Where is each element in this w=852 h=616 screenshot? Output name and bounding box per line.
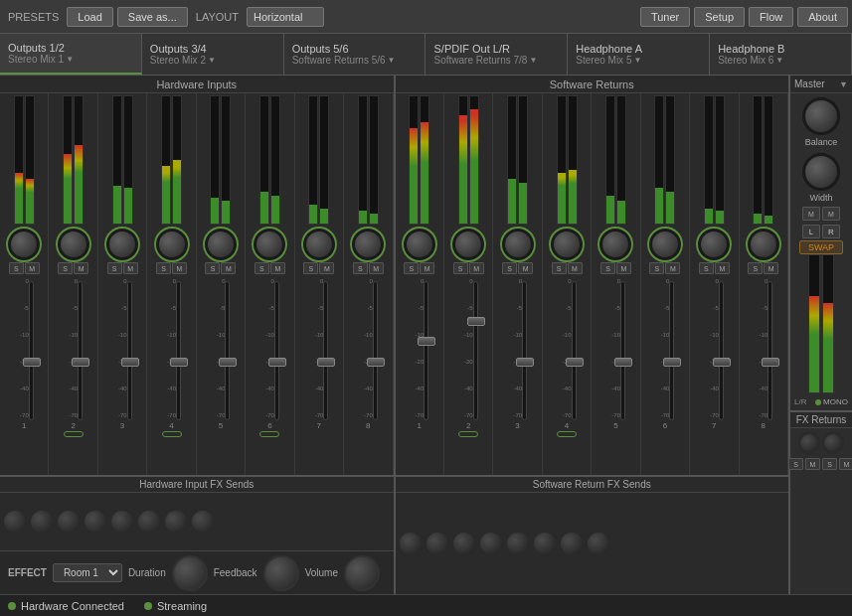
sw-ch6-mute-btn[interactable]: M [665,262,680,274]
hw-ch6-mute-btn[interactable]: M [270,262,285,274]
sw-ch3-fader-thumb[interactable] [516,358,534,367]
sw-ch4-fader-thumb[interactable] [566,358,584,367]
sw-ch2-fader[interactable] [473,281,478,420]
sw-ch5-mute-btn[interactable]: M [616,262,631,274]
sw-ch5-fader[interactable] [620,281,625,420]
width-knob[interactable] [802,153,840,191]
hw-ch2-fader[interactable] [78,281,83,420]
hw-ch4-volume-knob[interactable] [156,229,188,260]
sw-ch5-fader-thumb[interactable] [614,358,632,367]
sw-ch8-fader[interactable] [767,281,772,420]
hw-fx-knob-2[interactable] [29,509,55,535]
save-as-button[interactable]: Save as... [117,7,188,27]
hw-ch2-volume-knob[interactable] [58,229,89,260]
hw-ch1-solo-btn[interactable]: S [9,262,24,274]
hw-ch1-mute-btn[interactable]: M [25,262,40,274]
hw-ch3-fader[interactable] [127,281,132,420]
sw-fx-knob-4[interactable] [478,531,504,556]
sw-ch7-mute-btn[interactable]: M [715,262,730,274]
sw-ch3-solo-btn[interactable]: S [502,262,517,274]
hw-ch5-fader[interactable] [225,281,230,420]
sw-ch1-fader[interactable] [424,281,428,420]
hw-ch6-link-icon[interactable] [259,431,279,437]
sw-fx-knob-3[interactable] [451,531,477,556]
tuner-button[interactable]: Tuner [640,7,690,27]
hw-ch2-link-icon[interactable] [64,431,84,437]
sw-ch1-fader-thumb[interactable] [418,337,435,346]
hw-ch3-solo-btn[interactable]: S [107,262,122,274]
sw-ch2-mute-btn[interactable]: M [469,262,484,274]
hw-ch2-fader-thumb[interactable] [72,358,89,367]
sw-ch8-solo-btn[interactable]: S [748,262,763,274]
sw-ch7-solo-btn[interactable]: S [699,262,714,274]
hw-ch5-solo-btn[interactable]: S [205,262,220,274]
balance-knob[interactable] [802,97,840,135]
width-m-btn-1[interactable]: M [802,207,820,221]
hw-fx-knob-1[interactable] [2,509,28,535]
hw-ch8-fader-thumb[interactable] [367,358,385,367]
fx-ret-solo-btn-2[interactable]: S [822,458,837,470]
fx-ret-knob-2[interactable] [822,432,844,454]
sw-ch2-volume-knob[interactable] [452,229,484,260]
l-button[interactable]: L [802,225,820,238]
hw-ch4-solo-btn[interactable]: S [156,262,171,274]
sw-ch6-volume-knob[interactable] [649,229,681,260]
hw-ch5-volume-knob[interactable] [205,229,237,260]
hw-ch8-solo-btn[interactable]: S [353,262,368,274]
hw-ch4-fader[interactable] [176,281,181,420]
tab-outputs-56[interactable]: Outputs 5/6 Software Returns 5/6 ▼ [284,34,426,75]
hw-ch6-volume-knob[interactable] [254,229,285,260]
tab-spdif[interactable]: S/PDIF Out L/R Software Returns 7/8 ▼ [426,34,568,75]
width-m-btn-2[interactable]: M [822,207,840,221]
effect-preset-select[interactable]: Room 1 [53,563,122,582]
sw-ch4-fader[interactable] [572,281,577,420]
hw-fx-knob-5[interactable] [109,509,135,535]
duration-knob[interactable] [172,555,208,591]
sw-ch3-fader[interactable] [522,281,527,420]
sw-fx-knob-6[interactable] [532,531,558,556]
sw-ch2-fader-thumb[interactable] [467,317,485,326]
feedback-knob[interactable] [263,555,299,591]
hw-ch3-volume-knob[interactable] [106,229,138,260]
tab-outputs-12[interactable]: Outputs 1/2 Stereo Mix 1 ▼ [0,34,142,75]
hw-ch6-fader-thumb[interactable] [268,358,286,367]
hw-ch2-mute-btn[interactable]: M [74,262,88,274]
about-button[interactable]: About [797,7,848,27]
hw-ch7-fader-thumb[interactable] [317,358,335,367]
hw-ch2-solo-btn[interactable]: S [58,262,73,274]
hw-ch1-fader[interactable] [29,281,34,420]
hw-ch1-volume-knob[interactable] [8,229,40,260]
sw-ch8-fader-thumb[interactable] [762,358,779,367]
sw-ch4-link-icon[interactable] [557,431,577,437]
fx-ret-solo-btn[interactable]: S [788,458,803,470]
sw-ch4-mute-btn[interactable]: M [568,262,583,274]
mono-label[interactable]: MONO [823,397,848,406]
hw-fx-knob-8[interactable] [190,509,216,535]
fx-ret-knob-1[interactable] [798,432,820,454]
sw-fx-knob-7[interactable] [559,531,585,556]
sw-ch1-volume-knob[interactable] [404,229,435,260]
sw-fx-knob-1[interactable] [398,531,424,556]
load-button[interactable]: Load [67,7,112,27]
hw-ch6-fader[interactable] [274,281,279,420]
hw-ch7-volume-knob[interactable] [303,229,335,260]
hw-ch4-link-icon[interactable] [162,431,182,437]
hw-fx-knob-3[interactable] [56,509,82,535]
hw-ch1-fader-thumb[interactable] [23,358,41,367]
fx-ret-mute-btn-2[interactable]: M [839,458,852,470]
hw-ch6-solo-btn[interactable]: S [255,262,269,274]
hw-ch3-fader-thumb[interactable] [121,358,139,367]
hw-ch3-mute-btn[interactable]: M [123,262,138,274]
sw-ch8-mute-btn[interactable]: M [764,262,778,274]
sw-ch4-volume-knob[interactable] [551,229,583,260]
hw-ch4-mute-btn[interactable]: M [172,262,187,274]
hw-ch8-mute-btn[interactable]: M [369,262,384,274]
tab-outputs-34[interactable]: Outputs 3/4 Stereo Mix 2 ▼ [142,34,284,75]
layout-select[interactable]: Horizontal [247,7,324,27]
sw-ch7-fader[interactable] [719,281,724,420]
r-button[interactable]: R [822,225,840,238]
sw-ch6-solo-btn[interactable]: S [649,262,664,274]
flow-button[interactable]: Flow [749,7,793,27]
hw-fx-knob-4[interactable] [83,509,108,535]
hw-fx-knob-6[interactable] [136,509,162,535]
